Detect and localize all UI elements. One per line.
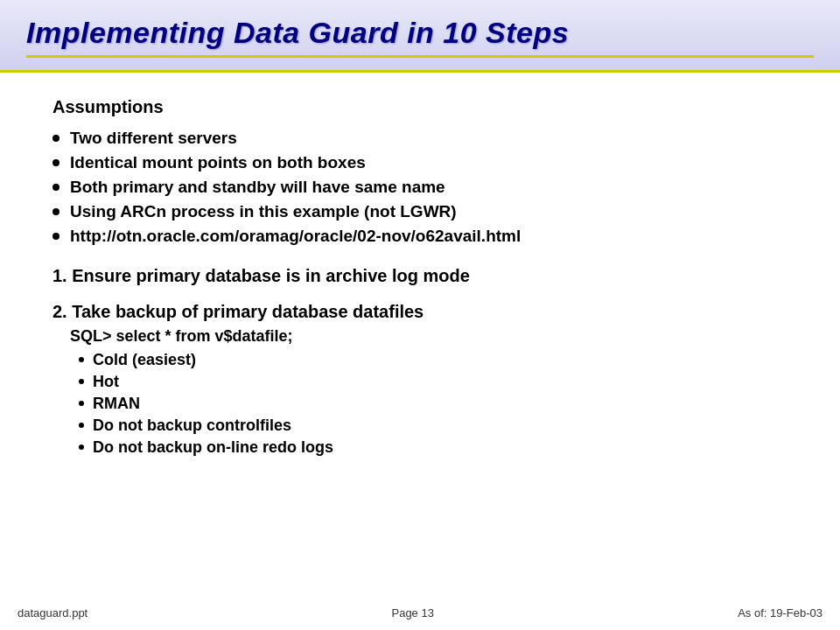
footer: dataguard.ppt Page 13 As of: 19-Feb-03 [0, 606, 840, 620]
list-item: Both primary and standby will have same … [52, 175, 796, 200]
bullet-icon [79, 423, 84, 428]
bullet-icon [79, 379, 84, 384]
list-item-text: Two different servers [70, 129, 237, 148]
list-item-text: Using ARCn process in this example (not … [70, 202, 457, 221]
list-item-text: Both primary and standby will have same … [70, 178, 445, 197]
list-item: http://otn.oracle.com/oramag/oracle/02-n… [52, 224, 796, 248]
bullet-icon [79, 357, 84, 362]
content-area: Assumptions Two different servers Identi… [0, 73, 840, 476]
slide-title: Implementing Data Guard in 10 Steps [26, 16, 814, 50]
step2-heading: 2. Take backup of primary database dataf… [52, 302, 796, 322]
footer-date: As of: 19-Feb-03 [738, 606, 822, 620]
list-item: Cold (easiest) [79, 349, 796, 371]
list-item: Hot [79, 371, 796, 393]
footer-filename: dataguard.ppt [18, 606, 88, 620]
list-item: Two different servers [52, 126, 796, 150]
bullet-icon [79, 401, 84, 406]
bullet-icon [52, 135, 60, 142]
gold-divider [26, 55, 814, 58]
bullet-icon [52, 159, 60, 166]
assumptions-list: Two different servers Identical mount po… [52, 126, 796, 248]
list-item: Identical mount points on both boxes [52, 150, 796, 175]
list-item-text: Do not backup controlfiles [93, 416, 291, 435]
list-item: RMAN [79, 393, 796, 415]
list-item: Do not backup on-line redo logs [79, 437, 796, 458]
list-item-text: Do not backup on-line redo logs [93, 438, 333, 457]
title-area: Implementing Data Guard in 10 Steps [0, 0, 840, 73]
footer-page: Page 13 [391, 606, 433, 620]
list-item-text: Hot [93, 373, 119, 391]
list-item-text: RMAN [93, 395, 140, 413]
bullet-icon [79, 444, 84, 450]
list-item: Do not backup controlfiles [79, 415, 796, 437]
list-item-text: http://otn.oracle.com/oramag/oracle/02-n… [70, 227, 521, 246]
step1-heading: 1. Ensure primary database is in archive… [52, 266, 796, 286]
step2-subbullets-list: Cold (easiest) Hot RMAN Do not backup co… [79, 349, 796, 458]
bullet-icon [52, 233, 60, 240]
list-item-text: Cold (easiest) [93, 351, 196, 369]
list-item-text: Identical mount points on both boxes [70, 153, 366, 172]
bullet-icon [52, 184, 60, 191]
step2-sql: SQL> select * from v$datafile; [70, 327, 796, 346]
bullet-icon [52, 208, 60, 215]
slide: Implementing Data Guard in 10 Steps Assu… [0, 0, 840, 630]
list-item: Using ARCn process in this example (not … [52, 200, 796, 224]
assumptions-heading: Assumptions [52, 97, 796, 117]
